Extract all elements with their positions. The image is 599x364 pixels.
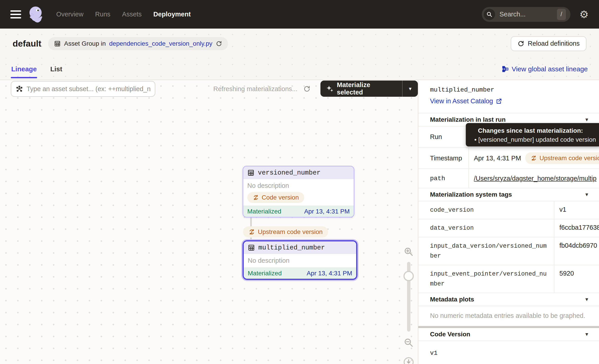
section-metadata-plots[interactable]: Metadata plots ▼ (418, 293, 599, 306)
run-label: Run (418, 126, 469, 147)
search-shortcut-badge: / (557, 9, 566, 20)
refreshing-label: Refreshing materializations... (213, 85, 298, 93)
nav-runs[interactable]: Runs (95, 11, 110, 18)
asset-table-icon (247, 169, 255, 176)
edge-badge-label: Upstream code version (258, 228, 323, 235)
asset-subset-input[interactable] (11, 81, 155, 97)
tag-value: v1 (555, 201, 599, 219)
node-body: No description (244, 254, 356, 268)
node-footer: Materialized Apr 13, 4:31 PM (244, 268, 356, 279)
timestamp-row: Timestamp Apr 13, 4:31 PM Upstream code … (418, 148, 599, 169)
chevron-down-icon[interactable]: ▼ (584, 192, 589, 197)
code-version-sync-icon (253, 194, 259, 201)
materialized-status: Materialized (248, 270, 282, 277)
sidebar-header: multiplied_number View in Asset Catalog (418, 80, 599, 113)
tooltip-item: • [versioned_number] updated code versio… (474, 136, 599, 143)
external-link-icon (496, 98, 502, 104)
tag-row-code-version: code_version v1 (418, 201, 599, 219)
timestamp-value[interactable]: Apr 13, 4:31 PM (474, 155, 521, 162)
section-materialization-system-tags[interactable]: Materialization system tags ▼ (418, 188, 599, 201)
code-version-badge: Code version (247, 192, 304, 203)
settings-gear-icon[interactable]: ⚙ (579, 9, 589, 20)
zoom-slider[interactable] (407, 262, 410, 332)
changes-tooltip: Changes since last materialization: • [v… (466, 123, 599, 147)
section-label: Materialization in last run (430, 116, 506, 123)
path-label: path (418, 169, 469, 188)
lineage-graph-canvas[interactable]: Refreshing materializations... Materiali… (0, 80, 418, 364)
chevron-down-icon[interactable]: ▼ (584, 117, 589, 122)
zoom-controls (401, 247, 416, 364)
edge-upstream-code-version-badge: Upstream code version (243, 226, 328, 238)
materialize-selected-label: Materialize selected (337, 81, 396, 96)
search-box[interactable]: Search... / (482, 7, 570, 22)
lineage-graph-icon (502, 66, 509, 72)
materialized-timestamp[interactable]: Apr 13, 4:31 PM (304, 208, 350, 215)
refreshing-icon[interactable] (303, 85, 310, 93)
view-global-asset-lineage-link[interactable]: View global asset lineage (502, 65, 588, 73)
node-footer: Materialized Apr 13, 4:31 PM (243, 206, 354, 217)
view-global-asset-lineage-label: View global asset lineage (512, 65, 588, 73)
timestamp-badge-label: Upstream code version (540, 155, 599, 162)
path-row: path /Users/sryza/dagster_home/storage/m… (418, 169, 599, 188)
zoom-out-icon[interactable] (404, 338, 414, 348)
tab-lineage[interactable]: Lineage (11, 59, 37, 80)
hamburger-menu-icon[interactable] (10, 10, 21, 18)
page-header: default Asset Group in dependencies_code… (0, 29, 599, 59)
materialize-dropdown-button[interactable]: ▾ (403, 80, 418, 97)
dagster-logo-icon[interactable] (27, 4, 45, 25)
tag-row-data-version: data_version f6ccba177638 (418, 219, 599, 237)
nav-overview[interactable]: Overview (56, 11, 83, 18)
tag-key: code_version (418, 201, 555, 219)
materialize-selected-button[interactable]: Materialize selected ▾ (320, 80, 418, 97)
tag-row-input-data-version: input_data_version/versioned_number fb04… (418, 237, 599, 265)
tag-value: 5920 (555, 265, 599, 293)
app-root: Overview Runs Assets Deployment Search..… (0, 0, 599, 364)
code-version-value: v1 (418, 341, 599, 364)
panel-resize-handle[interactable] (418, 326, 599, 328)
sparkle-icon (326, 85, 334, 93)
node-header: versioned_number (243, 166, 354, 179)
view-in-asset-catalog-link[interactable]: View in Asset Catalog (430, 97, 502, 105)
asset-node-multiplied-number[interactable]: multiplied_number No description Materia… (243, 240, 357, 280)
asset-description: No description (248, 256, 352, 265)
asset-subset-text-input[interactable] (26, 85, 150, 93)
chevron-down-icon[interactable]: ▼ (584, 297, 589, 302)
materialized-timestamp[interactable]: Apr 13, 4:31 PM (307, 270, 352, 277)
zoom-in-icon[interactable] (404, 247, 414, 257)
page-title: default (13, 39, 41, 49)
asset-group-pill: Asset Group in dependencies_code_version… (48, 37, 228, 50)
node-header: multiplied_number (244, 241, 356, 254)
group-refresh-icon[interactable] (216, 41, 222, 47)
code-version-sync-icon (248, 229, 255, 235)
reload-definitions-button[interactable]: Reload definitions (511, 36, 586, 51)
asset-description: No description (247, 181, 350, 190)
tag-key: data_version (418, 219, 555, 237)
nav-deployment[interactable]: Deployment (153, 11, 191, 18)
group-file-link[interactable]: dependencies_code_version_only.py (109, 40, 212, 47)
path-value-link[interactable]: /Users/sryza/dagster_home/storage/multip (474, 175, 597, 182)
sidebar-asset-title: multiplied_number (430, 87, 599, 93)
asset-group-prefix: Asset Group in (64, 40, 106, 47)
section-label: Materialization system tags (430, 191, 512, 198)
asset-node-versioned-number[interactable]: versioned_number No description Code ver… (243, 166, 354, 217)
tab-list[interactable]: List (50, 59, 62, 80)
download-image-icon[interactable] (403, 357, 414, 364)
code-version-badge-label: Code version (262, 194, 299, 201)
content: Refreshing materializations... Materiali… (0, 80, 599, 364)
refreshing-status: Refreshing materializations... (213, 81, 310, 97)
asset-detail-sidebar: multiplied_number View in Asset Catalog … (418, 80, 599, 364)
nav-right-group: Search... / ⚙ (482, 7, 589, 22)
upstream-code-version-badge: Upstream code version (525, 152, 599, 164)
materialized-status: Materialized (247, 208, 281, 215)
asset-table-icon (248, 244, 255, 251)
chevron-down-icon[interactable]: ▼ (584, 332, 589, 337)
catalog-link-label: View in Asset Catalog (430, 97, 493, 105)
bullet: • (474, 136, 476, 143)
tag-row-input-event-pointer: input_event_pointer/versioned_number 592… (418, 265, 599, 293)
section-code-version[interactable]: Code Version ▼ (418, 328, 599, 341)
zoom-slider-thumb[interactable] (404, 271, 414, 281)
nav-assets[interactable]: Assets (122, 11, 142, 18)
tabs-row: Lineage List View global asset lineage (0, 59, 599, 80)
section-label: Metadata plots (430, 296, 474, 303)
primary-nav: Overview Runs Assets Deployment (56, 11, 191, 18)
